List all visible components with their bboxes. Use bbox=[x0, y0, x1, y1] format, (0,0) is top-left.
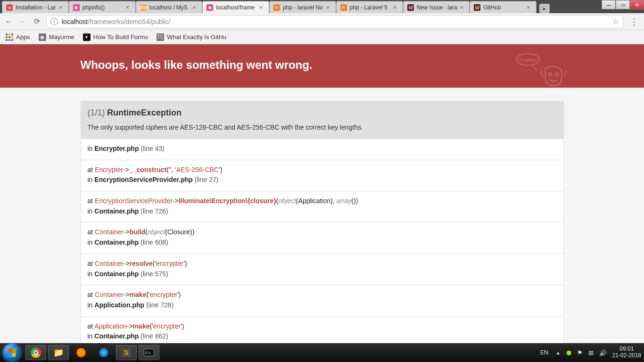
bookmark-favicon-icon: ◉ bbox=[39, 33, 46, 41]
window-close-button[interactable]: ✕ bbox=[630, 0, 644, 9]
origin-file[interactable]: Encrypter.php bbox=[94, 145, 139, 152]
frame-line: (line 575) bbox=[139, 270, 168, 278]
frame-class[interactable]: Container bbox=[95, 228, 124, 236]
tab-title: localhost / MyS bbox=[149, 4, 191, 11]
taskbar-app-firefox[interactable] bbox=[71, 345, 91, 360]
bookmark-item[interactable]: ◉ Mayurme bbox=[39, 33, 74, 41]
frame-class[interactable]: EncryptionServiceProvider bbox=[95, 197, 173, 205]
frame-class[interactable]: Encrypter bbox=[95, 166, 123, 173]
browser-tab[interactable]: ≡ php - laravel No × bbox=[269, 1, 336, 13]
address-bar[interactable]: i localhost/frameworks/demo54/public/ ☆ bbox=[46, 15, 623, 28]
frame-file[interactable]: Container.php bbox=[94, 270, 139, 278]
trace-frame: at EncryptionServiceProvider->Illuminate… bbox=[81, 191, 564, 222]
frame-file[interactable]: Application.php bbox=[94, 301, 144, 309]
browser-tab[interactable]: 🐙 GitHub × bbox=[470, 1, 537, 13]
frame-class[interactable]: Container bbox=[95, 291, 124, 298]
browser-tab[interactable]: ◉ phpinfo() × bbox=[69, 1, 136, 13]
frame-file[interactable]: Container.php bbox=[94, 207, 139, 215]
tray-flag-icon[interactable]: ⚑ bbox=[577, 349, 583, 356]
favicon-icon: ≡ bbox=[340, 4, 347, 11]
frame-method[interactable]: make bbox=[130, 291, 147, 298]
trace-origin: in Encrypter.php (line 43) bbox=[81, 139, 564, 160]
tab-title: php - Laravel 5 bbox=[350, 4, 391, 11]
bookmark-star-icon[interactable]: ☆ bbox=[612, 17, 619, 26]
nav-reload-button[interactable]: ⟳ bbox=[32, 17, 41, 26]
frame-args: object(Closure) bbox=[148, 228, 192, 236]
taskbar-app-firefox-dev[interactable] bbox=[93, 345, 114, 360]
frame-file[interactable]: Container.php bbox=[94, 332, 139, 340]
browser-tab[interactable]: ⬥ Installation - Lar × bbox=[2, 1, 69, 13]
bookmark-favicon-icon: TC bbox=[157, 33, 164, 41]
window-maximize-button[interactable]: ▭ bbox=[616, 0, 630, 9]
nav-back-button[interactable]: ← bbox=[4, 17, 13, 26]
window-controls: — ▭ ✕ bbox=[602, 0, 644, 9]
tab-close-icon[interactable]: × bbox=[192, 4, 198, 11]
favicon-icon: ⬥ bbox=[6, 4, 13, 11]
tab-title: GitHub bbox=[483, 4, 525, 11]
frame-method[interactable]: Illuminate\Encryption\{closure} bbox=[179, 197, 276, 205]
favicon-icon: ≡ bbox=[273, 4, 280, 11]
tab-title: phpinfo() bbox=[83, 4, 124, 11]
error-headline: Whoops, looks like something went wrong. bbox=[81, 58, 564, 72]
page-viewport[interactable]: Whoops, looks like something went wrong.… bbox=[0, 44, 644, 343]
taskbar-clock[interactable]: 09:01 21-02-2018 bbox=[612, 346, 641, 359]
taskbar-app-sublime[interactable]: S bbox=[116, 345, 137, 360]
frame-file[interactable]: Container.php bbox=[94, 239, 139, 246]
url-path: /frameworks/demo54/public/ bbox=[88, 18, 170, 25]
svg-point-3 bbox=[555, 73, 558, 76]
clock-date: 21-02-2018 bbox=[612, 353, 641, 359]
folder-icon: 📁 bbox=[53, 347, 64, 358]
favicon-icon: pma bbox=[140, 4, 147, 11]
taskbar-app-explorer[interactable]: 📁 bbox=[48, 345, 69, 360]
browser-tab[interactable]: pma localhost / MyS × bbox=[136, 1, 203, 13]
tab-close-icon[interactable]: × bbox=[126, 4, 132, 11]
favicon-icon: 🐙 bbox=[474, 4, 480, 11]
window-minimize-button[interactable]: — bbox=[602, 0, 616, 9]
tray-utorrent-icon[interactable]: ⬢ bbox=[566, 349, 571, 356]
bookmark-label: How To Build Forms bbox=[93, 33, 148, 41]
exception-count: (1/1) bbox=[88, 108, 105, 117]
bookmark-label: What Exactly Is GitHu bbox=[167, 33, 226, 41]
frame-method[interactable]: resolve bbox=[130, 260, 153, 267]
start-button[interactable] bbox=[3, 344, 21, 362]
bookmark-item[interactable]: ▾ How To Build Forms bbox=[83, 33, 148, 41]
bookmark-item[interactable]: TC What Exactly Is GitHu bbox=[157, 33, 226, 41]
frame-class[interactable]: Application bbox=[94, 322, 127, 330]
frame-method[interactable]: __construct bbox=[129, 166, 166, 173]
taskbar-app-cmd[interactable]: C:\ bbox=[139, 345, 159, 360]
apps-label: Apps bbox=[16, 33, 30, 41]
browser-tab[interactable]: ≡ php - Laravel 5 × bbox=[336, 1, 403, 13]
language-indicator[interactable]: EN bbox=[538, 349, 550, 356]
tab-close-icon[interactable]: × bbox=[393, 4, 399, 11]
tray-expand-icon[interactable]: ▲ bbox=[556, 350, 561, 355]
tab-close-icon[interactable]: × bbox=[326, 4, 332, 11]
frame-args: '', 'AES-256-CBC' bbox=[169, 166, 220, 173]
tab-close-icon[interactable]: × bbox=[259, 4, 265, 11]
frame-class[interactable]: Container bbox=[95, 260, 124, 267]
frame-method[interactable]: build bbox=[130, 228, 145, 236]
tray-volume-icon[interactable]: 🔊 bbox=[599, 349, 607, 356]
tab-close-icon[interactable]: × bbox=[460, 4, 465, 11]
frame-line: (line 728) bbox=[144, 301, 173, 309]
tab-close-icon[interactable]: × bbox=[59, 4, 65, 11]
nav-forward-button[interactable]: → bbox=[18, 17, 27, 26]
frame-method[interactable]: make bbox=[133, 322, 150, 330]
apps-shortcut[interactable]: Apps bbox=[6, 33, 30, 41]
tab-title: localhost/frame bbox=[216, 4, 257, 11]
tab-close-icon[interactable]: × bbox=[527, 4, 532, 11]
new-tab-button[interactable]: ▸ bbox=[539, 4, 550, 13]
taskbar-app-chrome[interactable] bbox=[25, 345, 46, 360]
url-host: localhost bbox=[62, 18, 88, 25]
browser-menu-button[interactable]: ⋮ bbox=[628, 16, 640, 27]
browser-tab[interactable]: 🐙 New Issue · lara × bbox=[403, 1, 470, 13]
windows-logo-icon bbox=[7, 348, 17, 357]
tab-title: New Issue · lara bbox=[417, 4, 458, 11]
favicon-icon: 🐙 bbox=[407, 4, 414, 11]
frame-line: (line 862) bbox=[139, 332, 168, 340]
browser-tab-active[interactable]: ◉ localhost/frame × bbox=[202, 1, 269, 13]
in-label: in bbox=[88, 145, 95, 152]
frame-file[interactable]: EncryptionServiceProvider.php bbox=[94, 176, 193, 183]
frame-args: 'encrypter' bbox=[155, 260, 185, 267]
tray-network-icon[interactable]: ⊞ bbox=[588, 349, 594, 356]
site-info-icon[interactable]: i bbox=[50, 18, 58, 25]
